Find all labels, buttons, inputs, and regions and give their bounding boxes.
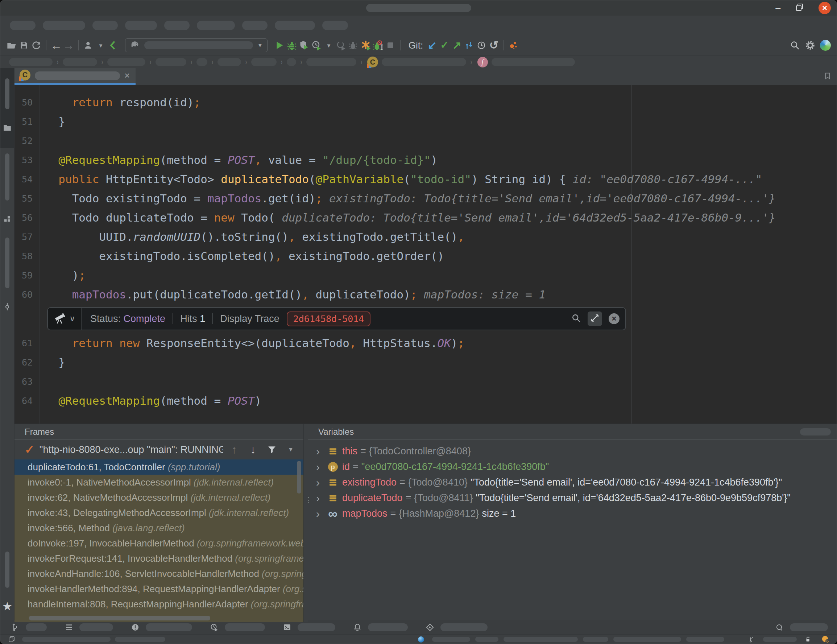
chevron-sm-icon[interactable]: ▼ <box>323 38 335 52</box>
code-line-60[interactable]: 60 mapTodos.put(duplicateTodo.getId(), d… <box>15 285 837 304</box>
profiler-tw-tool-button[interactable] <box>208 621 265 634</box>
green-swoosh-icon[interactable] <box>107 38 119 52</box>
profiler-icon[interactable] <box>310 38 323 52</box>
expand-chevron-icon[interactable]: › <box>312 492 323 504</box>
close-tab-icon[interactable]: × <box>124 70 130 81</box>
tool-button-redacted[interactable] <box>5 78 10 109</box>
save-icon[interactable] <box>18 38 30 52</box>
branch-sm-icon[interactable] <box>746 632 758 644</box>
star-icon[interactable]: ★ <box>1 600 13 613</box>
status-widget-redacted[interactable] <box>432 637 470 642</box>
stack-frame-row[interactable]: duplicateTodo:61, TodoController (spp.tu… <box>15 460 304 475</box>
breadcrumb-item[interactable]: f <box>476 55 575 69</box>
breadcrumb-item[interactable] <box>287 58 296 66</box>
editor-tab-active[interactable]: C × <box>15 68 136 85</box>
debug-mute-icon[interactable] <box>372 38 384 52</box>
chevron-sm-icon[interactable]: ▼ <box>95 38 107 52</box>
sphere-icon[interactable] <box>819 38 832 52</box>
expand-chevron-icon[interactable]: › <box>312 476 323 489</box>
code-line-57[interactable]: 57 UUID.randomUUID().toString(), existin… <box>15 227 837 246</box>
menu-item-redacted[interactable] <box>43 21 85 30</box>
gradle-alert-icon[interactable] <box>819 632 832 644</box>
menu-item-redacted[interactable] <box>10 21 36 30</box>
code-line-62[interactable]: 62 } <box>15 353 837 372</box>
commit-node-icon[interactable] <box>1 300 13 314</box>
user-icon[interactable] <box>82 38 95 52</box>
breadcrumb-item[interactable] <box>306 58 356 66</box>
grid-icon[interactable] <box>1 212 13 226</box>
expand-chevron-icon[interactable]: › <box>312 461 323 473</box>
menu-item-redacted[interactable] <box>125 21 157 30</box>
git-branch-redacted[interactable] <box>763 637 797 642</box>
expand-chevron-icon[interactable]: › <box>312 508 323 520</box>
stack-frame-row[interactable]: invoke:62, NativeMethodAccessorImpl (jdk… <box>15 490 304 505</box>
variable-row[interactable]: ›∞mapTodos = {HashMap@8412} size = 1 <box>308 506 837 521</box>
git-push-icon[interactable]: ↗ <box>451 38 463 52</box>
menu-item-redacted[interactable] <box>92 21 118 30</box>
layers-icon[interactable] <box>5 632 18 644</box>
stack-frame-row[interactable]: invoke0:-1, NativeMethodAccessorImpl (jd… <box>15 475 304 490</box>
stack-frame-row[interactable]: doInvoke:197, InvocableHandlerMethod (or… <box>15 536 304 551</box>
tool-button-redacted[interactable] <box>5 552 10 588</box>
status-widget-redacted[interactable] <box>475 637 499 642</box>
expand-chevron-icon[interactable]: › <box>312 445 323 458</box>
variable-row[interactable]: ›this = {TodoController@8408} <box>308 444 837 459</box>
arrow-down-icon[interactable]: ↓ <box>247 443 259 457</box>
code-line-64[interactable]: 64 @RequestMapping(method = POST) <box>15 391 837 411</box>
menu-item-redacted[interactable] <box>242 21 268 30</box>
problems-tool-button[interactable] <box>129 621 192 634</box>
run-configuration-select[interactable]: ▼ <box>125 38 268 52</box>
code-line-50[interactable]: 50 return respond(id); <box>15 93 837 112</box>
lock-icon[interactable] <box>802 632 814 644</box>
panel-splitter[interactable]: ⋮ <box>304 424 308 622</box>
stack-frame-row[interactable]: invoke:43, DelegatingMethodAccessorImpl … <box>15 505 304 520</box>
code-line-63[interactable]: 63 <box>15 372 837 391</box>
expand-panel-button[interactable] <box>588 312 602 326</box>
thread-label[interactable]: "http-nio-8080-exe...oup "main": RUNNING <box>39 444 223 455</box>
git-history-icon[interactable] <box>475 38 487 52</box>
git-merge-icon[interactable] <box>463 38 475 52</box>
stack-frame-row[interactable]: invokeAndHandle:106, ServletInvocableHan… <box>15 566 304 581</box>
status-widget-redacted[interactable] <box>686 637 724 642</box>
minimize-icon[interactable]: – <box>775 3 781 13</box>
filter-icon[interactable] <box>266 443 278 457</box>
stack-frame-row[interactable]: invokeHandlerMethod:894, RequestMappingH… <box>15 581 304 596</box>
code-line-59[interactable]: 59 ); <box>15 266 837 285</box>
folder-icon[interactable] <box>1 121 13 135</box>
menu-item-redacted[interactable] <box>275 21 315 30</box>
debug-dim-icon[interactable] <box>347 38 359 52</box>
sphere-status-icon[interactable] <box>415 632 427 644</box>
stop-dim-icon[interactable] <box>384 38 397 52</box>
git-rollback-icon[interactable]: ↺ <box>487 38 500 52</box>
search-icon[interactable] <box>789 38 801 52</box>
code-editor[interactable]: 50 return respond(id);51 }5253 @RequestM… <box>15 85 837 424</box>
tool-button-redacted[interactable] <box>5 153 10 200</box>
settings-icon[interactable] <box>804 38 816 52</box>
close-icon[interactable]: × <box>819 2 831 14</box>
variable-row[interactable]: ›pid = "ee0d7080-c167-4994-9241-1c4b6fe3… <box>308 459 837 475</box>
breadcrumb-item[interactable] <box>156 58 186 66</box>
chevron-down-icon[interactable]: ▼ <box>285 443 297 457</box>
breadcrumb-item[interactable]: C <box>366 55 466 69</box>
profiler-flame-icon[interactable] <box>359 38 372 52</box>
code-line-51[interactable]: 51 } <box>15 112 837 131</box>
orange-dots-icon[interactable] <box>507 38 520 52</box>
menu-item-redacted[interactable] <box>322 21 348 30</box>
menu-item-redacted[interactable] <box>197 21 235 30</box>
tool-button-redacted[interactable] <box>5 238 10 288</box>
status-widget-redacted[interactable] <box>613 637 681 642</box>
git-update-icon[interactable]: ↙ <box>426 38 438 52</box>
back-icon[interactable]: ← <box>50 38 62 52</box>
horizontal-scrollbar[interactable] <box>29 616 210 621</box>
code-line-56[interactable]: 56 Todo duplicateTodo = new Todo( duplic… <box>15 208 837 227</box>
todo-list-tool-button[interactable] <box>63 621 113 634</box>
variables-tree[interactable]: ›this = {TodoController@8408}›pid = "ee0… <box>308 440 837 521</box>
maximize-icon[interactable] <box>795 3 804 13</box>
code-line-55[interactable]: 55 Todo existingTodo = mapTodos.get(id);… <box>15 189 837 208</box>
rerun-dim-icon[interactable] <box>335 38 347 52</box>
play-icon[interactable] <box>273 38 286 52</box>
status-widget-redacted[interactable] <box>22 637 110 642</box>
code-line-53[interactable]: 53 @RequestMapping(method = POST, value … <box>15 151 837 170</box>
stack-frame-row[interactable]: invokeForRequest:141, InvocableHandlerMe… <box>15 551 304 566</box>
chevron-down-icon[interactable]: ∨ <box>69 315 75 323</box>
